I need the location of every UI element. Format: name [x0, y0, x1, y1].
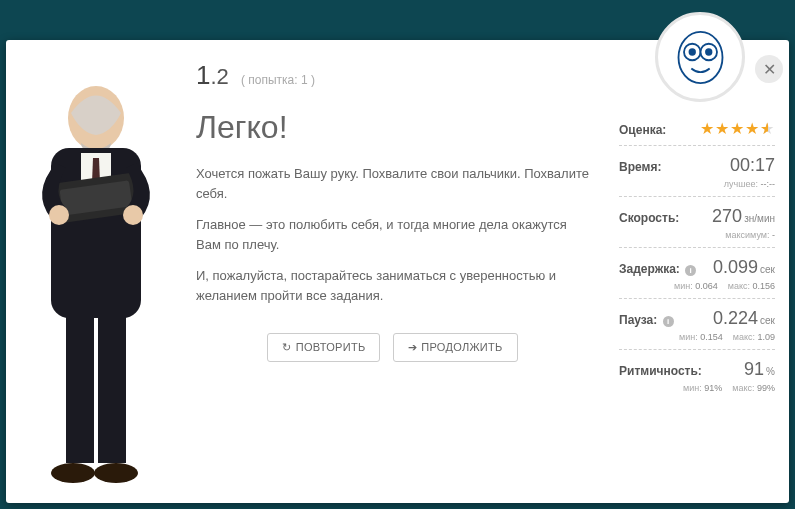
- instructor-image: [6, 40, 186, 503]
- continue-icon: ➔: [408, 341, 417, 354]
- svg-rect-12: [66, 313, 94, 463]
- speed-unit: зн/мин: [744, 213, 775, 224]
- lesson-number: 1.2 ( попытка: 1 ): [196, 60, 589, 91]
- rhythm-value: 91: [744, 359, 764, 379]
- speed-label: Скорость:: [619, 211, 679, 225]
- action-buttons: ↻ПОВТОРИТЬ ➔ПРОДОЛЖИТЬ: [196, 333, 589, 362]
- attempt-label: ( попытка: 1 ): [241, 73, 315, 87]
- pause-min-value: 0.154: [700, 332, 723, 342]
- delay-max-value: 0.156: [752, 281, 775, 291]
- close-icon: ✕: [763, 60, 776, 79]
- paragraph-2: Главное — это полюбить себя, и тогда мно…: [196, 215, 589, 254]
- paragraph-3: И, пожалуйста, постарайтесь заниматься с…: [196, 266, 589, 305]
- speed-max-label: максимум:: [725, 230, 769, 240]
- speed-max-value: -: [772, 230, 775, 240]
- svg-point-14: [51, 463, 95, 483]
- rhythm-max-value: 99%: [757, 383, 775, 393]
- paragraph-1: Хочется пожать Вашу руку. Похвалите свои…: [196, 164, 589, 203]
- lesson-minor: .2: [210, 64, 228, 89]
- lesson-major: 1: [196, 60, 210, 90]
- stats-panel: Оценка: ★★★★★ Время: 00:17 лучшее: --:--…: [609, 40, 789, 503]
- rhythm-unit: %: [766, 366, 775, 377]
- rating-label: Оценка:: [619, 123, 666, 137]
- mascot-avatar: [655, 12, 745, 102]
- delay-min-value: 0.064: [695, 281, 718, 291]
- rhythm-label: Ритмичность:: [619, 364, 702, 378]
- svg-point-10: [49, 205, 69, 225]
- delay-value: 0.099: [713, 257, 758, 277]
- stat-time: Время: 00:17 лучшее: --:--: [619, 146, 775, 197]
- results-modal: 1.2 ( попытка: 1 ) Легко! Хочется пожать…: [6, 40, 789, 503]
- pause-max-label: макс:: [733, 332, 755, 342]
- svg-point-15: [94, 463, 138, 483]
- rhythm-max-label: макс:: [732, 383, 754, 393]
- stat-rating: Оценка: ★★★★★: [619, 110, 775, 146]
- pause-unit: сек: [760, 315, 775, 326]
- continue-label: ПРОДОЛЖИТЬ: [421, 341, 502, 353]
- time-best-label: лучшее:: [724, 179, 758, 189]
- rhythm-min-value: 91%: [704, 383, 722, 393]
- delay-unit: сек: [760, 264, 775, 275]
- close-button[interactable]: ✕: [755, 55, 783, 83]
- svg-rect-13: [98, 313, 126, 463]
- svg-point-3: [688, 48, 695, 55]
- repeat-icon: ↻: [282, 341, 291, 354]
- result-title: Легко!: [196, 109, 589, 146]
- svg-point-11: [123, 205, 143, 225]
- pause-min-label: мин:: [679, 332, 698, 342]
- rhythm-min-label: мин:: [683, 383, 702, 393]
- time-value: 00:17: [730, 155, 775, 176]
- pause-value: 0.224: [713, 308, 758, 328]
- repeat-label: ПОВТОРИТЬ: [296, 341, 366, 353]
- svg-point-4: [705, 48, 712, 55]
- stat-delay: Задержка: i 0.099сек мин: 0.064 макс: 0.…: [619, 248, 775, 299]
- time-label: Время:: [619, 160, 661, 174]
- info-icon[interactable]: i: [663, 316, 674, 327]
- pause-max-value: 1.09: [757, 332, 775, 342]
- rating-stars: ★★★★★: [700, 119, 775, 138]
- page-header-strip: [0, 0, 795, 20]
- info-icon[interactable]: i: [685, 265, 696, 276]
- content-panel: 1.2 ( попытка: 1 ) Легко! Хочется пожать…: [186, 40, 609, 503]
- time-best-value: --:--: [761, 179, 776, 189]
- pause-label: Пауза: i: [619, 313, 674, 327]
- speed-value: 270: [712, 206, 742, 226]
- stat-speed: Скорость: 270зн/мин максимум: -: [619, 197, 775, 248]
- repeat-button[interactable]: ↻ПОВТОРИТЬ: [267, 333, 380, 362]
- stat-pause: Пауза: i 0.224сек мин: 0.154 макс: 1.09: [619, 299, 775, 350]
- continue-button[interactable]: ➔ПРОДОЛЖИТЬ: [393, 333, 518, 362]
- stat-rhythm: Ритмичность: 91% мин: 91% макс: 99%: [619, 350, 775, 400]
- delay-max-label: макс:: [728, 281, 750, 291]
- delay-label: Задержка: i: [619, 262, 696, 276]
- delay-min-label: мин:: [674, 281, 693, 291]
